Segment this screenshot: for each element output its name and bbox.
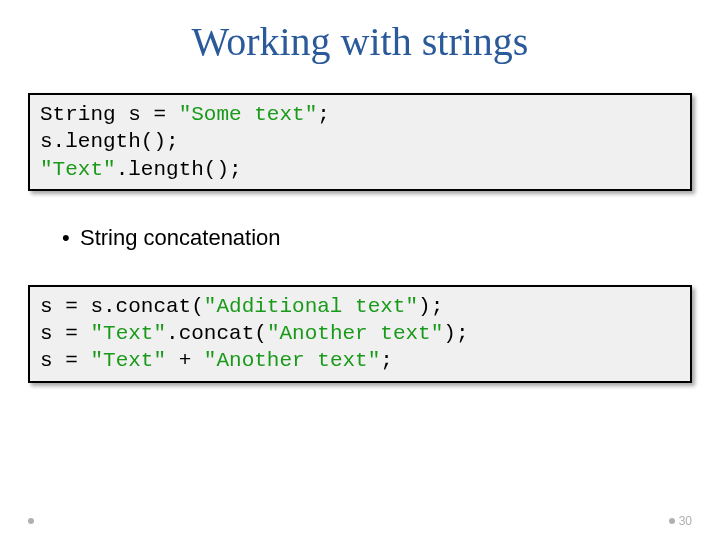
code-string: "Text" <box>90 349 166 372</box>
footer-bullet-icon <box>669 518 675 524</box>
code-text: ); <box>443 322 468 345</box>
code-text: s = <box>40 322 90 345</box>
code-string: "Another text" <box>267 322 443 345</box>
code-text: s = <box>40 349 90 372</box>
slide-footer: 30 <box>0 514 720 528</box>
bullet-text: String concatenation <box>80 225 281 250</box>
footer-bullet-icon <box>28 518 34 524</box>
code-text: ; <box>317 103 330 126</box>
code-block-1: String s = "Some text"; s.length(); "Tex… <box>28 93 692 191</box>
code-string: "Some text" <box>179 103 318 126</box>
code-text: .length(); <box>116 158 242 181</box>
code-text: .concat( <box>166 322 267 345</box>
code-text: s.length(); <box>40 130 179 153</box>
code-text: + <box>166 349 204 372</box>
code-string: "Another text" <box>204 349 380 372</box>
page-number-wrap: 30 <box>669 514 692 528</box>
code-text: s = s.concat( <box>40 295 204 318</box>
code-string: "Text" <box>40 158 116 181</box>
code-string: "Additional text" <box>204 295 418 318</box>
slide-title: Working with strings <box>0 18 720 65</box>
code-string: "Text" <box>90 322 166 345</box>
code-text: String s = <box>40 103 179 126</box>
bullet-marker: • <box>62 225 80 251</box>
code-text: ; <box>380 349 393 372</box>
code-text: ); <box>418 295 443 318</box>
bullet-item: •String concatenation <box>62 225 720 251</box>
page-number: 30 <box>679 514 692 528</box>
code-block-2: s = s.concat("Additional text"); s = "Te… <box>28 285 692 383</box>
